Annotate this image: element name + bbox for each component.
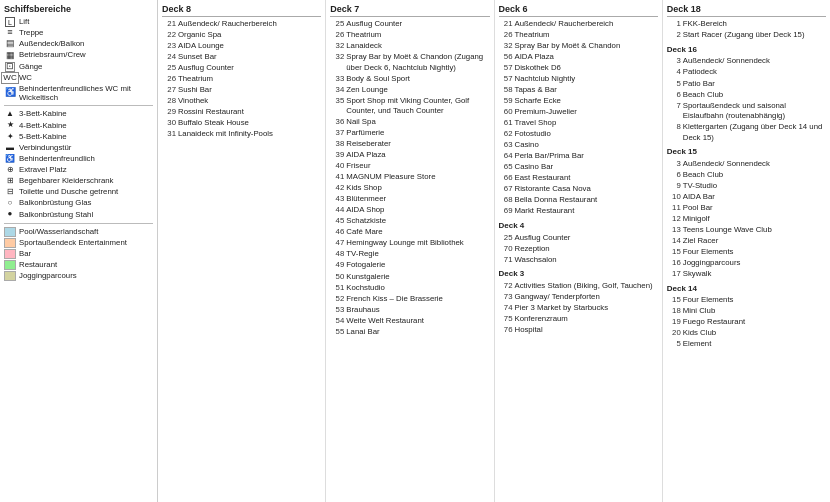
- deck-15-item-6: 6 Beach Club: [667, 170, 826, 181]
- deck-7-num-spray: 32: [330, 52, 344, 63]
- deck-3-item-75: 75 Konferenzraum: [499, 314, 658, 325]
- sport-color-box: [4, 238, 16, 248]
- deck-7-num-55: 55: [330, 327, 344, 338]
- gangway-icon: ⊡: [4, 62, 16, 72]
- deck-6-item-26: 26 Theatrium: [499, 30, 658, 41]
- legend-item-shower: ⊟ Toilette und Dusche getrennt: [4, 187, 153, 197]
- deck-6-item-66: 66 East Restaurant: [499, 173, 658, 184]
- deck-3-item-73: 73 Gangway/ Tenderpforten: [499, 292, 658, 303]
- legend-colors: Pool/Wasserlandschaft Sportaußendeck Ent…: [4, 227, 153, 282]
- deck-8-num-24: 24: [162, 52, 176, 63]
- deck-7-num-34: 34: [330, 85, 344, 96]
- deck-16-item-7: 7 Sportaußendeck und saisonal Eislaufbah…: [667, 101, 826, 122]
- deck-7-num-42: 42: [330, 183, 344, 194]
- deck-16-item-5: 5 Patio Bar: [667, 79, 826, 90]
- deck-14-item-19: 19 Fuego Restaurant: [667, 317, 826, 328]
- deck-8-num-22: 22: [162, 30, 176, 41]
- extra-icon: ⊕: [4, 165, 16, 175]
- deck-7-num-38: 38: [330, 139, 344, 150]
- legend-item-accessible: ♿ Behindertenfreundliches WC mit Wickelt…: [4, 84, 153, 103]
- legend-label-restaurant: Restaurant: [19, 260, 57, 270]
- deck-7-item-53: 53 Brauhaus: [330, 305, 489, 316]
- deck-8-text-30: Buffalo Steak House: [178, 118, 321, 129]
- crew-icon: ▦: [4, 50, 16, 60]
- legend-item-extra: ⊕ Extravel Platz: [4, 165, 153, 175]
- deck-7-text-25: Ausflug Counter: [346, 19, 489, 30]
- legend-color-jogging: Joggingparcours: [4, 271, 153, 281]
- deck-7-num-36: 36: [330, 117, 344, 128]
- deck-18-header: Deck 18: [667, 3, 826, 17]
- legend-item-balcony-glass: ○ Balkonbrüstung Glas: [4, 198, 153, 208]
- deck-6-item-65: 65 Casino Bar: [499, 162, 658, 173]
- deck-14-sub-header: Deck 14: [667, 284, 826, 295]
- deck-6-item-56: 56 AIDA Plaza: [499, 52, 658, 63]
- deck-15-item-17: 17 Skywalk: [667, 269, 826, 280]
- deck-6-item-64: 64 Perla Bar/Prima Bar: [499, 151, 658, 162]
- deck-7-num-53: 53: [330, 305, 344, 316]
- deck-8-num-23: 23: [162, 41, 176, 52]
- deck-6-item-61: 61 Travel Shop: [499, 118, 658, 129]
- legend-color-bar: Bar: [4, 249, 153, 259]
- deck-7-text-47: Hemingway Lounge mit Bibliothek: [346, 238, 489, 249]
- deck-8-item-27: 27 Sushi Bar: [162, 85, 321, 96]
- deck-7-item-50: 50 Kunstgalerie: [330, 272, 489, 283]
- deck-7-num-48: 48: [330, 249, 344, 260]
- deck-8-text-26: Theatrium: [178, 74, 321, 85]
- deck-7-text-32: Lanaideck: [346, 41, 489, 52]
- deck-6-item-57b: 57 Nachtclub Nightly: [499, 74, 658, 85]
- legend-item-wardrobe: ⊞ Begehbarer Kleiderschrank: [4, 176, 153, 186]
- deck-14-item-18: 18 Mini Club: [667, 306, 826, 317]
- deck-7-item-26: 26 Theatrium: [330, 30, 489, 41]
- deck-8-item-31: 31 Lanaideck mit Infinity-Pools: [162, 129, 321, 140]
- deck-7-num-41: 41: [330, 172, 344, 183]
- deck-7-text-43: Blütenmeer: [346, 194, 489, 205]
- deck-7-text-26: Theatrium: [346, 30, 489, 41]
- pool-color-box: [4, 227, 16, 237]
- restaurant-color-box: [4, 260, 16, 270]
- deck-6-header: Deck 6: [499, 3, 658, 17]
- deck-8-num-27: 27: [162, 85, 176, 96]
- deck-4-item-71: 71 Waschsalon: [499, 255, 658, 266]
- accessible-icon: ♿: [4, 88, 16, 98]
- deck-7-num-54: 54: [330, 316, 344, 327]
- deck-8-item-24: 24 Sunset Bar: [162, 52, 321, 63]
- legend-label-4bed: 4-Bett-Kabine: [19, 121, 67, 131]
- deck-8-text-27: Sushi Bar: [178, 85, 321, 96]
- decks-area: Deck 8 21 Außendeck/ Raucherbereich 22 O…: [158, 0, 830, 502]
- legend-item-lift: L Lift: [4, 17, 153, 27]
- wc-icon: WC: [4, 73, 16, 83]
- legend-color-restaurant: Restaurant: [4, 260, 153, 270]
- deck-7-text-33: Body & Soul Sport: [346, 74, 489, 85]
- deck-7-item-32: 32 Lanaideck: [330, 41, 489, 52]
- handicap-icon: ♿: [4, 154, 16, 164]
- deck-7-item-35: 35 Sport Shop mit Viking Counter, Golf C…: [330, 96, 489, 117]
- legend-areas: L Lift ≡ Treppe ▤ Außendeck/Balkon ▦ Bet…: [4, 17, 153, 102]
- deck-15-item-12: 12 Minigolf: [667, 214, 826, 225]
- legend-label-wc: WC: [19, 73, 32, 83]
- deck-8-num-28: 28: [162, 96, 176, 107]
- deck-4-item-25: 25 Ausflug Counter: [499, 233, 658, 244]
- deck-6-item-32: 32 Spray Bar by Moët & Chandon: [499, 41, 658, 52]
- legend-label-3bed: 3-Bett-Kabine: [19, 109, 67, 119]
- deck-14-item-20: 20 Kids Club: [667, 328, 826, 339]
- deck-7-item-38: 38 Reiseberater: [330, 139, 489, 150]
- deck-7-num-44: 44: [330, 205, 344, 216]
- deck-18-column: Deck 18 1 FKK-Bereich 2 Start Racer (Zug…: [663, 0, 830, 502]
- deck-7-item-44: 44 AIDA Shop: [330, 205, 489, 216]
- deck-7-text-45: Schatzkiste: [346, 216, 489, 227]
- balcony-steel-icon: ●: [4, 210, 16, 220]
- deck-16-item-4: 4 Patiodeck: [667, 67, 826, 78]
- deck-14-item-15: 15 Four Elements: [667, 295, 826, 306]
- legend-label-extra: Extravel Platz: [19, 165, 67, 175]
- deck-3-sub-header: Deck 3: [499, 269, 658, 280]
- deck-7-num-45: 45: [330, 216, 344, 227]
- legend-label-lift: Lift: [19, 17, 29, 27]
- jogging-color-box: [4, 271, 16, 281]
- legend-label-balcony-steel: Balkonbrüstung Stahl: [19, 210, 93, 220]
- deck-7-num-25: 25: [330, 19, 344, 30]
- deck-8-item-26: 26 Theatrium: [162, 74, 321, 85]
- legend-item-balcony: ▤ Außendeck/Balkon: [4, 39, 153, 49]
- legend-label-crew: Betriebsraum/Crew: [19, 50, 86, 60]
- deck-15-item-3: 3 Außendeck/ Sonnendeck: [667, 159, 826, 170]
- deck-7-item-46: 46 Café Mare: [330, 227, 489, 238]
